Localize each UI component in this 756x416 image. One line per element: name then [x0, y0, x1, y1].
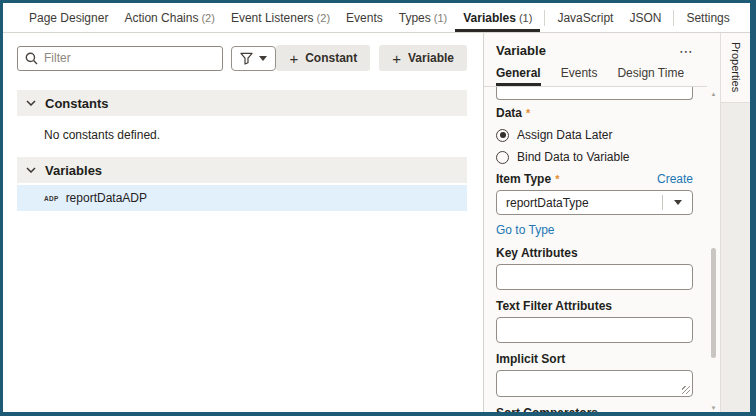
tab-divider [544, 10, 545, 26]
tab-action-chains[interactable]: Action Chains(2) [116, 3, 223, 32]
required-marker: * [555, 173, 559, 185]
search-icon [25, 52, 38, 65]
clipped-field[interactable] [496, 87, 693, 100]
add-buttons-group: + Constant + Variable [276, 45, 467, 71]
sort-comparators-label: Sort Comparators [496, 406, 598, 412]
tab-json[interactable]: JSON [621, 3, 669, 32]
scrollbar-track[interactable] [707, 98, 720, 404]
tab-event-listeners[interactable]: Event Listeners(2) [223, 3, 338, 32]
radio-label: Bind Data to Variable [517, 150, 630, 164]
data-field-label: Data* [496, 106, 530, 120]
tab-label: JSON [629, 11, 661, 25]
plus-icon: + [392, 51, 401, 66]
tab-count: (2) [201, 12, 214, 24]
add-variable-button[interactable]: + Variable [379, 45, 467, 71]
constants-section-title: Constants [45, 96, 109, 111]
tab-label: Page Designer [29, 11, 108, 25]
chevron-down-icon [259, 56, 267, 61]
text-filter-attributes-input[interactable] [496, 317, 693, 343]
tab-label: Types [399, 11, 431, 25]
no-constants-message: No constants defined. [44, 128, 467, 142]
filter-input[interactable] [44, 51, 215, 65]
add-variable-label: Variable [408, 51, 454, 65]
list-toolbar: + Constant + Variable [17, 45, 467, 71]
tab-label: Events [346, 11, 383, 25]
tab-divider [673, 10, 674, 26]
required-marker: * [526, 107, 530, 119]
properties-rail-label: Properties [730, 42, 742, 92]
variable-list-item[interactable]: ADP reportDataADP [17, 185, 467, 211]
filter-search-box[interactable] [17, 46, 223, 71]
text-filter-attributes-label: Text Filter Attributes [496, 299, 612, 313]
radio-selected-icon [496, 129, 509, 142]
tab-general[interactable]: General [496, 66, 541, 86]
add-constant-button[interactable]: + Constant [276, 45, 370, 71]
chevron-down-icon [26, 100, 36, 106]
item-type-label: Item Type* [496, 172, 559, 186]
tab-javascript[interactable]: JavaScript [549, 3, 621, 32]
add-constant-label: Constant [305, 51, 357, 65]
tab-design-time[interactable]: Design Time [617, 66, 684, 86]
adp-type-icon: ADP [44, 195, 59, 202]
create-type-link[interactable]: Create [657, 172, 693, 186]
constants-section-header[interactable]: Constants [17, 90, 467, 116]
tab-variable-events[interactable]: Events [561, 66, 598, 86]
funnel-icon [240, 52, 253, 65]
filter-options-button[interactable] [231, 46, 276, 71]
properties-panel-title: Variable [496, 43, 546, 58]
radio-label: Assign Data Later [517, 128, 612, 142]
variables-section-title: Variables [45, 163, 102, 178]
tab-events[interactable]: Events [338, 3, 391, 32]
tab-settings[interactable]: Settings [678, 3, 737, 32]
properties-form: Data* Assign Data Later Bind Data to Var… [484, 87, 707, 412]
radio-unselected-icon [496, 151, 509, 164]
tab-types[interactable]: Types(1) [391, 3, 455, 32]
variables-section-header[interactable]: Variables [17, 157, 467, 183]
scroll-down-icon[interactable]: ▼ [711, 404, 717, 412]
plus-icon: + [289, 51, 298, 66]
radio-assign-data-later[interactable]: Assign Data Later [496, 124, 693, 146]
data-radio-group: Assign Data Later Bind Data to Variable [496, 124, 693, 168]
scroll-up-icon[interactable]: ▲ [711, 90, 717, 98]
implicit-sort-label: Implicit Sort [496, 352, 565, 366]
key-attributes-label: Key Attributes [496, 246, 578, 260]
chevron-down-icon [674, 200, 682, 205]
chevron-down-icon [26, 167, 36, 173]
radio-bind-data-to-variable[interactable]: Bind Data to Variable [496, 146, 693, 168]
variables-list-panel: + Constant + Variable Constants No c [3, 33, 484, 412]
tab-page-designer[interactable]: Page Designer [21, 3, 116, 32]
overflow-menu-icon[interactable]: ⋯ [677, 46, 695, 56]
resize-handle[interactable] [682, 386, 690, 394]
key-attributes-input[interactable] [496, 264, 693, 290]
item-type-value: reportDataType [497, 196, 662, 210]
implicit-sort-input[interactable] [496, 370, 693, 397]
item-type-select[interactable]: reportDataType [496, 190, 693, 215]
tab-variables[interactable]: Variables(1) [455, 3, 540, 32]
app-window: Page Designer Action Chains(2) Event Lis… [0, 0, 756, 416]
tab-label: JavaScript [557, 11, 613, 25]
tab-label: Settings [686, 11, 729, 25]
tab-label: Event Listeners [231, 11, 314, 25]
panel-scrollbar[interactable]: ▲ ▼ [707, 33, 720, 412]
properties-tabs: General Events Design Time [484, 62, 707, 87]
scrollbar-thumb[interactable] [711, 248, 716, 358]
properties-panel: Variable ⋯ General Events Design Time Da… [484, 33, 707, 412]
tab-count: (1) [434, 12, 447, 24]
go-to-type-link[interactable]: Go to Type [496, 223, 554, 237]
tab-label: Variables [463, 11, 516, 25]
dropdown-caret-button[interactable] [663, 200, 692, 205]
tab-count: (1) [519, 12, 532, 24]
tab-count: (2) [317, 12, 330, 24]
tab-label: Action Chains [124, 11, 198, 25]
variable-name: reportDataADP [66, 191, 147, 205]
editor-tabbar: Page Designer Action Chains(2) Event Lis… [3, 3, 750, 33]
right-dock-rail: Properties [720, 33, 750, 412]
properties-rail-tab[interactable]: Properties [721, 33, 750, 103]
